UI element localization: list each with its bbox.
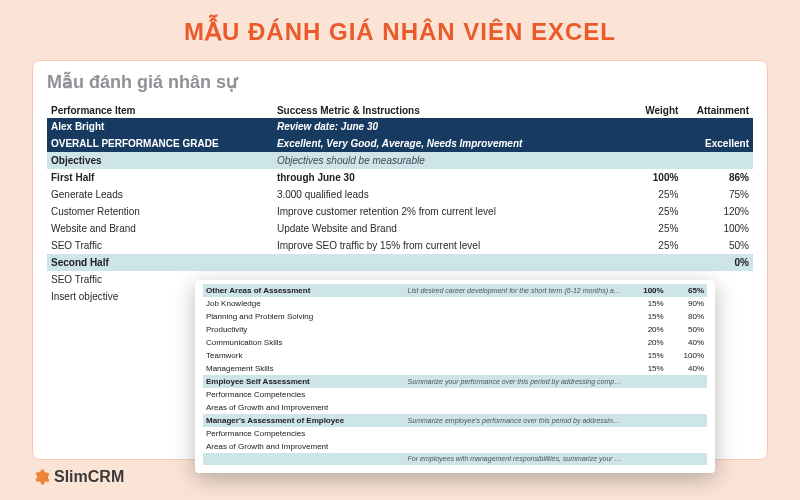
table-row: Management Skills15%40% bbox=[203, 362, 707, 375]
metric-cell: 3.000 qualified leads bbox=[273, 186, 612, 203]
evaluation-table: Performance Item Success Metric & Instru… bbox=[47, 103, 753, 305]
table-row: Areas of Growth and Improvement bbox=[203, 440, 707, 453]
item-cell: Areas of Growth and Improvement bbox=[203, 440, 405, 453]
self-label: Employee Self Assessment bbox=[203, 375, 405, 388]
overlay-card: Other Areas of Assessment List desired c… bbox=[195, 280, 715, 473]
manager-assessment-row: Manager's Assessment of Employee Summari… bbox=[203, 414, 707, 427]
item-cell: Productivity bbox=[203, 323, 405, 336]
table-row: Productivity20%50% bbox=[203, 323, 707, 336]
first-half-attain: 86% bbox=[682, 169, 753, 186]
brand-text: SlimCRM bbox=[54, 468, 124, 486]
first-half-label: First Half bbox=[47, 169, 273, 186]
gear-icon bbox=[32, 468, 50, 486]
col-attainment: Attainment bbox=[682, 103, 753, 118]
weight-cell: 25% bbox=[612, 220, 683, 237]
name-row: Alex Bright Review date: June 30 bbox=[47, 118, 753, 135]
attain-cell: 50% bbox=[667, 323, 707, 336]
item-cell: Website and Brand bbox=[47, 220, 273, 237]
weight-cell: 15% bbox=[626, 362, 666, 375]
attain-cell: 40% bbox=[667, 336, 707, 349]
first-half-weight: 100% bbox=[612, 169, 683, 186]
overlay-header-attain: 65% bbox=[667, 284, 707, 297]
weight-cell: 20% bbox=[626, 336, 666, 349]
objectives-row: Objectives Objectives should be measurab… bbox=[47, 152, 753, 169]
manager-label: Manager's Assessment of Employee bbox=[203, 414, 405, 427]
item-cell: Communication Skills bbox=[203, 336, 405, 349]
item-cell: Customer Retention bbox=[47, 203, 273, 220]
manager-note: Summarize employee's performance over th… bbox=[405, 414, 627, 427]
weight-cell: 15% bbox=[626, 310, 666, 323]
second-half-row: Second Half 0% bbox=[47, 254, 753, 271]
table-row: Customer RetentionImprove customer reten… bbox=[47, 203, 753, 220]
review-date: Review date: June 30 bbox=[273, 118, 612, 135]
page-title: MẪU ĐÁNH GIÁ NHÂN VIÊN EXCEL bbox=[0, 0, 800, 60]
objectives-note: Objectives should be measurable bbox=[273, 152, 612, 169]
table-row: Communication Skills20%40% bbox=[203, 336, 707, 349]
weight-cell: 25% bbox=[612, 203, 683, 220]
item-cell: Areas of Growth and Improvement bbox=[203, 401, 405, 414]
overlay-header-row: Other Areas of Assessment List desired c… bbox=[203, 284, 707, 297]
col-weight: Weight bbox=[612, 103, 683, 118]
attain-cell: 100% bbox=[667, 349, 707, 362]
second-half-attain: 0% bbox=[682, 254, 753, 271]
item-cell: Performance Competencies bbox=[203, 388, 405, 401]
table-row: Website and BrandUpdate Website and Bran… bbox=[47, 220, 753, 237]
second-half-label: Second Half bbox=[47, 254, 273, 271]
item-cell: Management Skills bbox=[203, 362, 405, 375]
attain-cell: 50% bbox=[682, 237, 753, 254]
weight-cell: 15% bbox=[626, 349, 666, 362]
attain-cell: 40% bbox=[667, 362, 707, 375]
item-cell: SEO Traffic bbox=[47, 237, 273, 254]
grade-scale: Excellent, Very Good, Average, Needs Imp… bbox=[273, 135, 612, 152]
grade-result: Excellent bbox=[682, 135, 753, 152]
weight-cell: 25% bbox=[612, 237, 683, 254]
weight-cell: 20% bbox=[626, 323, 666, 336]
table-row: Generate Leads3.000 qualified leads25%75… bbox=[47, 186, 753, 203]
attain-cell: 100% bbox=[682, 220, 753, 237]
attain-cell: 80% bbox=[667, 310, 707, 323]
table-row: SEO TrafficImprove SEO traffic by 15% fr… bbox=[47, 237, 753, 254]
second-half-weight bbox=[612, 254, 683, 271]
self-assessment-row: Employee Self Assessment Summarize your … bbox=[203, 375, 707, 388]
table-row: Planning and Problem Solving15%80% bbox=[203, 310, 707, 323]
table-row: Teamwork15%100% bbox=[203, 349, 707, 362]
weight-cell: 25% bbox=[612, 186, 683, 203]
table-row: Areas of Growth and Improvement bbox=[203, 401, 707, 414]
item-cell: Planning and Problem Solving bbox=[203, 310, 405, 323]
item-cell: Generate Leads bbox=[47, 186, 273, 203]
item-cell: Job Knowledge bbox=[203, 297, 405, 310]
attain-cell: 120% bbox=[682, 203, 753, 220]
self-note: Summarize your performance over this per… bbox=[405, 375, 627, 388]
overlay-header-note: List desired career development for the … bbox=[405, 284, 627, 297]
table-row: Job Knowledge15%90% bbox=[203, 297, 707, 310]
metric-cell: Improve customer retention 2% from curre… bbox=[273, 203, 612, 220]
grade-label: OVERALL PERFORMANCE GRADE bbox=[47, 135, 273, 152]
col-item: Performance Item bbox=[47, 103, 273, 118]
weight-cell: 15% bbox=[626, 297, 666, 310]
col-metric: Success Metric & Instructions bbox=[273, 103, 612, 118]
overlay-header-weight: 100% bbox=[626, 284, 666, 297]
item-cell: Performance Competencies bbox=[203, 427, 405, 440]
objectives-label: Objectives bbox=[47, 152, 273, 169]
first-half-row: First Half through June 30 100% 86% bbox=[47, 169, 753, 186]
table-row: Performance Competencies bbox=[203, 388, 707, 401]
overlay-footer-row: For employees with management responsibi… bbox=[203, 453, 707, 465]
employee-name: Alex Bright bbox=[47, 118, 273, 135]
overlay-footer-note: For employees with management responsibi… bbox=[405, 453, 627, 465]
table-row: Performance Competencies bbox=[203, 427, 707, 440]
overlay-header-label: Other Areas of Assessment bbox=[203, 284, 405, 297]
overlay-table: Other Areas of Assessment List desired c… bbox=[203, 284, 707, 465]
table-header-row: Performance Item Success Metric & Instru… bbox=[47, 103, 753, 118]
brand-logo: SlimCRM bbox=[32, 468, 124, 486]
item-cell: Teamwork bbox=[203, 349, 405, 362]
metric-cell: Update Website and Brand bbox=[273, 220, 612, 237]
card-heading: Mẫu đánh giá nhân sự bbox=[47, 71, 753, 93]
grade-row: OVERALL PERFORMANCE GRADE Excellent, Ver… bbox=[47, 135, 753, 152]
attain-cell: 90% bbox=[667, 297, 707, 310]
metric-cell: Improve SEO traffic by 15% from current … bbox=[273, 237, 612, 254]
first-half-note: through June 30 bbox=[273, 169, 612, 186]
attain-cell: 75% bbox=[682, 186, 753, 203]
